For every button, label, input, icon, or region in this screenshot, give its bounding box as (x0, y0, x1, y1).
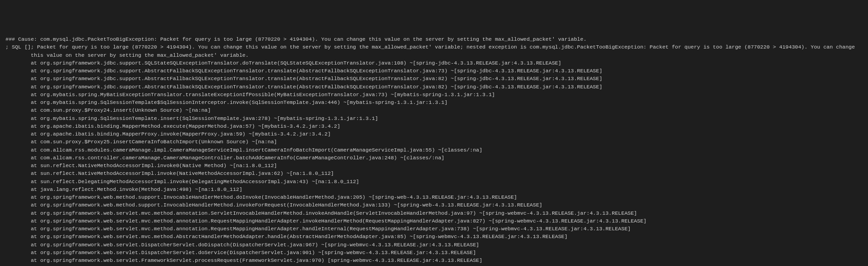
console-output: ### Cause: com.mysql.jdbc.PacketTooBigEx… (5, 35, 863, 266)
console-line: this value on the server by setting the … (5, 51, 863, 59)
console-line: at org.springframework.web.servlet.Frame… (5, 264, 863, 266)
console-line: at sun.reflect.NativeMethodAccessorImpl.… (5, 169, 863, 177)
console-line: at com.sun.proxy.$Proxy25.insertCameraIn… (5, 138, 863, 146)
console-line: at java.lang.reflect.Method.invoke(Metho… (5, 185, 863, 193)
console-line: at org.springframework.web.servlet.Frame… (5, 256, 863, 264)
console-line: at org.springframework.web.servlet.Dispa… (5, 249, 863, 256)
console-line: at com.allcam.rss.modules.cameraManage.i… (5, 146, 863, 154)
console-line: at org.springframework.web.method.suppor… (5, 193, 863, 201)
console-line: at com.allcam.rss.controller.cameraManag… (5, 154, 863, 162)
console-line: at org.springframework.jdbc.support.SQLS… (5, 59, 863, 67)
console-line: at org.springframework.web.servlet.mvc.m… (5, 233, 863, 240)
console-line: at org.mybatis.spring.SqlSessionTemplate… (5, 98, 863, 106)
console-line: at org.springframework.web.servlet.Dispa… (5, 241, 863, 249)
console-line: at org.springframework.jdbc.support.Abst… (5, 83, 863, 91)
console-line: at org.mybatis.spring.SqlSessionTemplate… (5, 114, 863, 122)
console-line: at org.springframework.web.method.suppor… (5, 201, 863, 209)
console-line: at org.springframework.web.servlet.mvc.m… (5, 217, 863, 225)
console-line: at org.apache.ibatis.binding.MapperMetho… (5, 122, 863, 130)
console-line: at org.springframework.jdbc.support.Abst… (5, 75, 863, 82)
console-line: at sun.reflect.DelegatingMethodAccessorI… (5, 178, 863, 185)
console-line: at com.sun.proxy.$Proxy24.insert(Unknown… (5, 106, 863, 114)
console-line: at org.apache.ibatis.binding.MapperProxy… (5, 130, 863, 138)
console-line: at sun.reflect.NativeMethodAccessorImpl.… (5, 162, 863, 169)
console-line: at org.springframework.jdbc.support.Abst… (5, 67, 863, 75)
console-line: at org.springframework.web.servlet.mvc.m… (5, 225, 863, 233)
console-line: ; SQL []; Packet for query is too large … (5, 43, 863, 51)
console-line: at org.mybatis.spring.MyBatisExceptionTr… (5, 91, 863, 98)
console-line: ### Cause: com.mysql.jdbc.PacketTooBigEx… (5, 35, 863, 43)
console-line: at org.springframework.web.servlet.mvc.m… (5, 209, 863, 217)
